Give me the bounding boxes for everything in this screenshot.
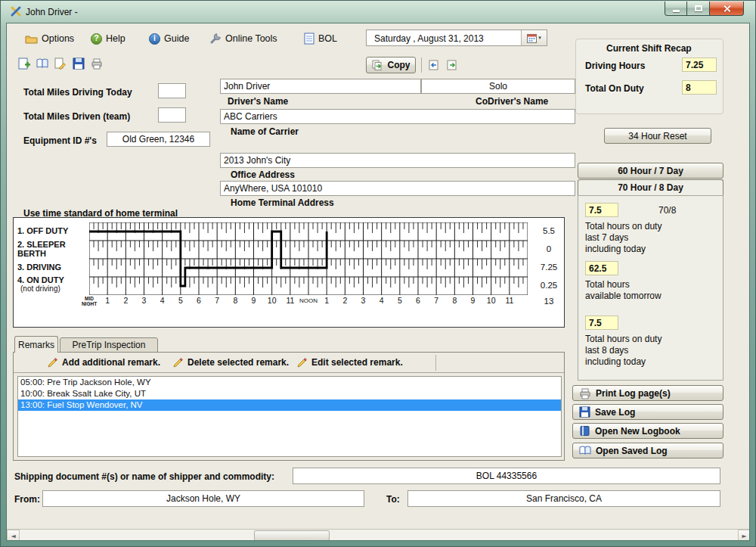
codriver-name-input[interactable] [421, 79, 575, 94]
from-input[interactable] [42, 490, 364, 507]
stat-value-3: 7.5 [585, 315, 618, 330]
remarks-panel: Add additional remark. Delete selected r… [13, 352, 565, 461]
copy-button[interactable]: Copy [366, 57, 416, 73]
recap-title: Current Shift Recap [606, 43, 692, 54]
print-log-pages-button[interactable]: Print Log page(s) [572, 385, 723, 401]
horizontal-scrollbar[interactable]: ◄ ► [7, 529, 750, 541]
office-address-input[interactable] [220, 153, 575, 168]
total-on-duty-label: Total On Duty [585, 83, 644, 94]
maximize-button[interactable] [687, 2, 710, 16]
previous-day-button[interactable] [426, 57, 442, 73]
hour-label: 10 [268, 297, 277, 305]
reset-34hr-button[interactable]: 34 Hour Reset [604, 128, 711, 144]
tab-60hr-7day[interactable]: 60 Hour / 7 Day [578, 163, 723, 179]
remarks-list[interactable]: 05:00: Pre Trip Jackson Hole, WY10:00: B… [17, 376, 562, 457]
remarks-action-bar: Add additional remark. Delete selected r… [14, 353, 564, 373]
minimize-button[interactable] [665, 2, 687, 16]
copy-label: Copy [388, 60, 411, 70]
tab-70hr-label: 70 Hour / 8 Day [618, 182, 683, 193]
hour-axis: MID NIGHT1234567891011NOON1234567891011 [14, 297, 564, 312]
total-sleeper: 0 [534, 244, 564, 253]
print-log-pages-label: Print Log page(s) [596, 388, 671, 399]
hour-label: 5 [178, 297, 183, 305]
online-tools-button[interactable]: Online Tools [205, 30, 282, 48]
home-terminal-input[interactable] [220, 181, 575, 196]
hour-label: 8 [233, 297, 237, 305]
titlebar[interactable]: John Driver - [0, 0, 756, 23]
driver-name-input[interactable] [220, 79, 421, 94]
app-icon [10, 5, 22, 17]
minimize-icon [673, 10, 680, 12]
guide-button[interactable]: i Guide [144, 30, 194, 48]
delete-remark-label: Delete selected remark. [187, 357, 289, 368]
help-button[interactable]: ? Help [86, 30, 130, 48]
arrow-right-icon [446, 59, 458, 71]
equipment-input[interactable] [107, 132, 210, 147]
printer-icon [91, 57, 103, 70]
next-day-button[interactable] [444, 57, 460, 73]
options-label: Options [42, 33, 74, 44]
stat-caption-2: Total hours available tomorrow [585, 279, 662, 302]
remark-item[interactable]: 05:00: Pre Trip Jackson Hole, WY [18, 377, 561, 388]
edit-remark-label: Edit selected remark. [311, 357, 403, 368]
close-button[interactable] [710, 2, 744, 16]
remark-item[interactable]: 13:00: Fuel Stop Wendover, NV [18, 399, 561, 411]
carrier-label: Name of Carrier [231, 126, 299, 137]
shipping-input[interactable] [293, 468, 720, 484]
stat-caption-3: Total hours on duty last 8 days includin… [585, 334, 662, 368]
rule-label: 70/8 [658, 205, 676, 216]
hour-label: 11 [286, 297, 294, 305]
guide-icon: i [149, 33, 160, 45]
toolbar-separator [421, 57, 422, 73]
delete-remark-icon [172, 357, 184, 368]
new-log-button[interactable] [16, 55, 33, 72]
save-log-button-2[interactable]: Save Log [572, 404, 723, 420]
guide-label: Guide [164, 33, 189, 44]
bol-icon [304, 33, 314, 45]
scroll-right-icon: ► [742, 533, 746, 539]
codriver-name-label: CoDriver's Name [476, 96, 548, 107]
stat-value-1: 7.5 [585, 203, 618, 217]
view-logs-button[interactable] [34, 55, 51, 72]
to-input[interactable] [407, 490, 720, 507]
book-icon [579, 425, 590, 437]
options-button[interactable]: Options [20, 30, 79, 48]
remark-item[interactable]: 10:00: Break Ssalt Lake City, UT [18, 388, 561, 399]
total-driving: 7.25 [534, 263, 564, 272]
arrow-left-icon [428, 59, 440, 71]
add-remark-button[interactable]: Add additional remark. [47, 355, 160, 370]
open-saved-log-label: Open Saved Log [596, 446, 668, 456]
hour-label: 2 [123, 297, 128, 305]
scroll-left-icon: ◄ [11, 533, 15, 539]
scrollbar-thumb[interactable] [254, 530, 330, 541]
home-terminal-label: Home Terminal Address [231, 197, 334, 208]
log-date-value: Saturday , August 31, 2013 [374, 33, 484, 44]
print-log-button[interactable] [88, 55, 105, 72]
hour-label: 9 [471, 297, 476, 305]
save-log-button[interactable] [70, 55, 87, 72]
open-new-logbook-button[interactable]: Open New Logbook [572, 423, 723, 439]
miles-team-label: Total Miles Driven (team) [23, 111, 130, 122]
edit-remark-button[interactable]: Edit selected remark. [296, 355, 403, 370]
open-saved-log-button[interactable]: Open Saved Log [572, 443, 723, 458]
tab-pretrip-inspection[interactable]: PreTrip Inspection [60, 337, 158, 353]
scroll-left-button[interactable]: ◄ [7, 530, 20, 541]
delete-remark-button[interactable]: Delete selected remark. [172, 355, 289, 370]
carrier-input[interactable] [220, 109, 575, 124]
equipment-label: Equipment ID #'s [23, 135, 97, 146]
save-icon [579, 406, 590, 418]
client-area: Options ? Help i Guide Online Tools BOL … [6, 23, 750, 541]
miles-today-input[interactable] [158, 83, 186, 98]
hour-label: NOON [299, 297, 318, 304]
bol-button[interactable]: BOL [299, 30, 342, 48]
tab-70hr-8day[interactable]: 70 Hour / 8 Day [578, 179, 723, 195]
row-sublabel-onduty: (not driving) [20, 284, 60, 294]
edit-log-button[interactable] [52, 55, 69, 72]
hour-label: 2 [342, 297, 347, 305]
row-label-offduty: 1. OFF DUTY [17, 226, 68, 235]
log-date-picker[interactable]: Saturday , August 31, 2013 ▾ [366, 30, 547, 46]
miles-team-input[interactable] [158, 107, 186, 123]
date-dropdown-button[interactable]: ▾ [521, 30, 547, 45]
tab-remarks[interactable]: Remarks [14, 336, 58, 353]
scroll-right-button[interactable]: ► [738, 530, 750, 541]
